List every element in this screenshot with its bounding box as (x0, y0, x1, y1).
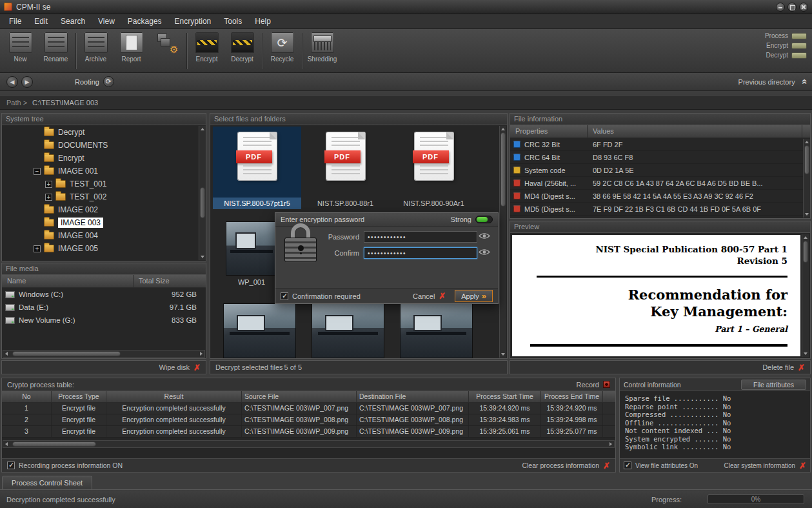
toolbar-new-button[interactable]: New (3, 31, 38, 72)
tree-scrollbar[interactable] (199, 126, 206, 260)
progress-bar: 0% (708, 494, 804, 504)
file-info-row[interactable]: Haval (256bit, ...59 2C C8 C6 1A 43 87 6… (510, 177, 810, 190)
toolbar-report-button[interactable]: Report (114, 31, 149, 72)
menu-search[interactable]: Search (54, 15, 92, 28)
file-info-row[interactable]: CRC 64 BitD8 93 6C F8 (510, 151, 810, 164)
file-media-title: File media (2, 263, 206, 275)
file-info-row[interactable]: CRC 32 Bit6F FD 2F (510, 138, 810, 151)
file-grid-scrollbar[interactable] (499, 126, 506, 358)
menu-view[interactable]: View (92, 15, 121, 28)
tree-item[interactable]: +IMAGE 005 (3, 242, 197, 255)
column-name[interactable]: Name (2, 275, 134, 287)
wipe-disk-button[interactable]: Wipe disk (159, 363, 190, 371)
photo-thumbnail[interactable] (223, 303, 296, 358)
file-info-row[interactable]: System code0D D2 1A 5E (510, 164, 810, 177)
back-icon[interactable]: ◀ (6, 76, 18, 88)
menu-packages[interactable]: Packages (121, 15, 168, 28)
tree-item[interactable]: Decrypt (3, 126, 197, 139)
menu-edit[interactable]: Edit (28, 15, 54, 28)
show-password-icon[interactable] (477, 232, 491, 241)
column-header[interactable]: Result (106, 391, 242, 402)
tree-item[interactable]: IMAGE 004 (3, 229, 197, 242)
file-tile[interactable]: PDFNIST.SP.800-57pt1r5 (213, 127, 301, 209)
recording-checkbox[interactable] (7, 462, 15, 469)
tree-item[interactable]: IMAGE 003 (3, 216, 197, 229)
toolbar-archive-button[interactable]: Archive (78, 31, 114, 72)
password-input[interactable] (364, 231, 477, 243)
column-properties[interactable]: Properties (510, 125, 588, 137)
refresh-icon[interactable]: ⟳ (103, 76, 114, 87)
file-info-row[interactable]: MD4 (Digest s...38 66 9E 58 42 14 5A 4A … (510, 190, 810, 203)
confirmation-checkbox[interactable] (281, 292, 288, 300)
close-icon[interactable] (799, 3, 808, 12)
tree-item[interactable]: IMAGE 002 (3, 203, 197, 216)
preview-panel: Preview NIST Special Publication 800-57 … (510, 221, 811, 359)
file-media-header: Name Total Size (2, 275, 206, 288)
column-header[interactable]: No (2, 391, 52, 402)
toolbar-encrypt-button[interactable]: Encrypt (189, 31, 224, 72)
toolbar-options-button[interactable]: ⚙ (149, 31, 184, 72)
delete-file-button[interactable]: Delete file (762, 363, 794, 371)
dialog-footer: Confirmation required Cancel ✗ Apply » (275, 288, 498, 303)
attribute-line: Compressed ............ No (625, 411, 805, 419)
photo-strip (223, 303, 473, 358)
drive-row[interactable]: New Volume (G:)833 GB (2, 314, 206, 327)
tree-item[interactable]: DOCUMENTS (3, 139, 197, 152)
expand-icon[interactable]: + (34, 245, 41, 252)
column-header[interactable]: Process Type (52, 391, 106, 402)
column-header[interactable]: Process End Time (541, 391, 603, 402)
media-hscrollbar[interactable] (3, 350, 205, 358)
expand-icon[interactable]: + (45, 194, 52, 201)
toolbar-rename-button[interactable]: Rename (38, 31, 74, 72)
strength-label: Strong (451, 216, 471, 223)
column-header[interactable]: Destination File (357, 391, 469, 402)
table-row[interactable]: 3Encrypt fileEncryption completed succes… (2, 426, 615, 438)
confirm-input[interactable] (364, 247, 477, 259)
expand-icon[interactable]: + (45, 181, 52, 188)
wipe-disk-x-icon[interactable]: ✗ (193, 363, 201, 372)
photo-thumbnail[interactable] (400, 303, 473, 358)
preview-scrollbar[interactable] (802, 234, 809, 357)
file-info-row[interactable]: MD5 (Digest s...7E F9 DF 22 1B F3 C1 6B … (510, 203, 810, 216)
apply-button[interactable]: Apply » (455, 290, 493, 302)
drive-row[interactable]: Data (E:)97.1 GB (2, 301, 206, 314)
column-values[interactable]: Values (588, 125, 802, 137)
forward-icon[interactable]: ▶ (21, 76, 33, 88)
menu-help[interactable]: Help (248, 15, 277, 28)
cancel-button[interactable]: Cancel ✗ (413, 291, 446, 301)
tree-item[interactable]: +TEST_001 (3, 178, 197, 190)
column-header[interactable]: Process Start Time (469, 391, 541, 402)
photo-thumbnail[interactable] (312, 303, 384, 358)
file-attributes-button[interactable]: File attributes (741, 380, 806, 390)
menu-encryption[interactable]: Encryption (168, 15, 218, 28)
tree-item[interactable]: −IMAGE 001 (3, 165, 197, 178)
show-confirm-icon[interactable] (477, 249, 491, 258)
file-tile[interactable]: PDFNIST.SP.800-90Ar1 (390, 127, 478, 209)
menu-file[interactable]: File (3, 15, 28, 28)
wp001-thumbnail[interactable] (226, 221, 277, 276)
table-row[interactable]: 1Encrypt fileEncryption completed succes… (2, 403, 615, 414)
tree-item[interactable]: +TEST_002 (3, 190, 197, 203)
crypto-hscrollbar[interactable] (3, 440, 615, 448)
clear-process-button[interactable]: Clear process information ✗ (522, 461, 610, 471)
minimize-icon[interactable] (776, 3, 785, 12)
file-tile[interactable]: PDFNIST.SP.800-88r1 (301, 127, 390, 209)
drive-row[interactable]: Windows (C:)952 GB (2, 288, 206, 301)
delete-file-x-icon[interactable]: ✗ (798, 363, 805, 372)
toolbar-shredding-button[interactable]: Shredding (304, 31, 340, 72)
collapse-icon[interactable]: − (34, 168, 41, 175)
tree-item[interactable]: Encrypt (3, 152, 197, 165)
toolbar-decrypt-button[interactable]: Decrypt (224, 31, 260, 72)
column-header[interactable]: Source File (242, 391, 357, 402)
table-row[interactable]: 2Encrypt fileEncryption completed succes… (2, 414, 615, 426)
maximize-icon[interactable] (787, 3, 797, 12)
tab-process-control-sheet[interactable]: Process Control Sheet (2, 476, 92, 489)
column-total-size[interactable]: Total Size (134, 275, 206, 287)
clear-system-button[interactable]: Clear system information ✗ (724, 461, 807, 471)
view-attributes-checkbox[interactable] (624, 462, 631, 469)
record-button[interactable]: Record (577, 381, 610, 389)
file-information-scrollbar[interactable] (803, 139, 810, 218)
toolbar-recycle-button[interactable]: ⟳Recycle (264, 31, 300, 72)
previous-directory-icon[interactable]: » (797, 79, 808, 84)
menu-tools[interactable]: Tools (217, 15, 248, 28)
